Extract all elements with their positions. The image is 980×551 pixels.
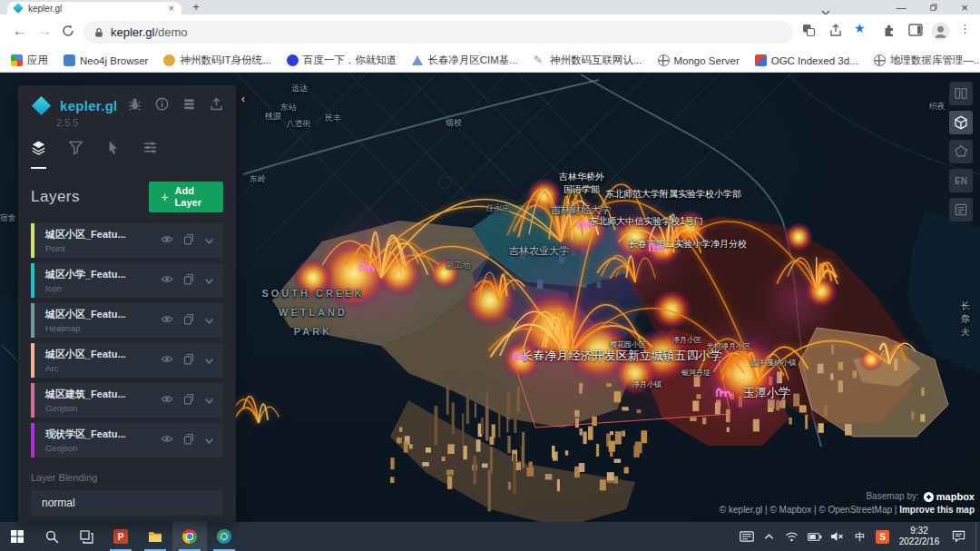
tab-layers[interactable] [31, 140, 46, 169]
bookmark-identity[interactable]: 神州数码IT身份统... [163, 54, 270, 67]
ime-indicator[interactable]: 中 [848, 522, 871, 551]
chevron-down-icon[interactable] [204, 272, 214, 289]
tab-filters[interactable] [68, 140, 83, 168]
touch-keyboard-icon[interactable] [735, 522, 758, 551]
duplicate-layer-icon[interactable] [183, 232, 194, 249]
duplicate-layer-icon[interactable] [183, 432, 194, 448]
locale-button[interactable]: EN [949, 169, 973, 192]
chrome-icon [182, 529, 197, 544]
minimize-button[interactable]: — [886, 0, 916, 15]
action-center-icon[interactable] [945, 522, 972, 551]
visibility-eye-icon[interactable] [161, 232, 173, 249]
side-panel-icon[interactable] [908, 24, 923, 40]
layer-type: Arc [45, 363, 126, 373]
reload-icon[interactable] [62, 25, 74, 40]
bookmark-mongo[interactable]: Mongo Server [658, 54, 740, 66]
layer-name: 城区小区_Featu... [45, 348, 126, 361]
duplicate-layer-icon[interactable] [183, 392, 194, 408]
copyright-links[interactable]: © kepler.gl | © Mapbox | © OpenStreetMap… [720, 505, 897, 515]
tab-close-icon[interactable]: × [169, 4, 174, 14]
panel-collapse-button[interactable]: ‹ [236, 91, 250, 107]
mapbox-logo[interactable]: mapbox [924, 490, 975, 504]
browser-tab[interactable]: kepler.gl × [7, 2, 181, 15]
tab-strip: kepler.gl × + — × [0, 0, 980, 15]
app-name[interactable]: kepler.gl [60, 98, 118, 113]
bookmark-ogc[interactable]: OGC Indexed 3d... [755, 54, 858, 66]
taskbar-file-explorer[interactable] [138, 522, 172, 551]
forward-icon[interactable]: → [38, 23, 52, 38]
search-button[interactable] [34, 522, 69, 551]
hidden-icons-chevron[interactable] [758, 522, 780, 551]
map-attribution: Basemap by: mapbox © kepler.gl | © Mapbo… [720, 490, 975, 517]
taskbar-clock[interactable]: 9:32 2022/2/16 [894, 526, 945, 548]
data-table-icon[interactable] [182, 97, 196, 114]
split-map-button[interactable] [949, 82, 973, 105]
info-icon[interactable] [155, 97, 169, 114]
layer-blending-select[interactable]: normal [31, 490, 223, 516]
task-view-button[interactable] [69, 522, 103, 551]
sogou-input-icon[interactable]: S [871, 522, 894, 551]
draw-polygon-button[interactable] [949, 140, 973, 163]
address-bar[interactable]: kepler.gl/demo [83, 21, 793, 44]
taskbar-gis-app[interactable] [207, 522, 241, 551]
bookmark-cim[interactable]: 长春净月区CIM基... [412, 54, 518, 67]
bookmark-geodb[interactable]: 地理数据库管理—... [874, 54, 980, 67]
restore-button[interactable] [918, 0, 949, 15]
layer-row[interactable]: 城区小学_Featu...Icon [31, 263, 223, 298]
bookmark-neo4j[interactable]: Neo4j Browser [64, 54, 148, 66]
chevron-down-icon[interactable] [204, 352, 214, 369]
chevron-down-icon[interactable] [204, 392, 214, 408]
visibility-eye-icon[interactable] [161, 432, 173, 448]
translate-icon[interactable] [802, 24, 816, 41]
visibility-eye-icon[interactable] [161, 352, 173, 369]
new-tab-button[interactable]: + [187, 1, 205, 14]
back-icon[interactable]: ← [13, 23, 26, 38]
bookmark-baidu[interactable]: 百度一下，你就知道 [287, 54, 397, 67]
share-icon[interactable] [828, 24, 842, 41]
start-button[interactable] [0, 522, 34, 551]
layer-name: 城区建筑_Featu... [45, 388, 126, 401]
bookmark-star-icon[interactable]: ★ [854, 21, 866, 35]
gis-globe-icon [217, 529, 231, 544]
volume-muted-icon[interactable] [826, 522, 848, 551]
chevron-down-icon[interactable] [204, 232, 214, 249]
layer-row[interactable]: 现状学区_Featu...Geojson [31, 423, 223, 458]
mapbox-o-icon [924, 492, 934, 502]
duplicate-layer-icon[interactable] [183, 352, 194, 369]
tab-basemap-settings[interactable] [142, 140, 158, 168]
layer-row[interactable]: 城区小区_Featu...Heatmap [31, 303, 223, 338]
toggle-3d-button[interactable] [949, 111, 973, 134]
tab-interactions[interactable] [105, 140, 121, 168]
visibility-eye-icon[interactable] [161, 392, 173, 408]
taskbar-chrome[interactable] [172, 522, 207, 551]
panel-tabs [18, 128, 236, 169]
chevron-down-icon[interactable] [204, 432, 214, 448]
extensions-puzzle-icon[interactable] [882, 24, 896, 41]
duplicate-layer-icon[interactable] [183, 312, 194, 329]
save-export-icon[interactable] [210, 97, 223, 114]
bookmark-apps[interactable]: 应用 [11, 54, 48, 67]
legend-button[interactable] [949, 198, 973, 221]
layer-name: 城区小区_Featu... [45, 308, 126, 321]
chevron-down-icon[interactable] [204, 312, 214, 329]
profile-avatar[interactable] [931, 22, 950, 44]
visibility-eye-icon[interactable] [161, 312, 173, 329]
improve-map-link[interactable]: Improve this map [899, 505, 975, 515]
add-layer-button[interactable]: +Add Layer [149, 182, 223, 212]
bookmark-internet-auth[interactable]: 神州数码互联网认... [534, 54, 642, 67]
layer-name: 城区小区_Featu... [45, 228, 126, 241]
bookmark-label: OGC Indexed 3d... [771, 55, 858, 66]
battery-icon[interactable] [803, 522, 826, 551]
wifi-icon[interactable] [780, 522, 803, 551]
duplicate-layer-icon[interactable] [183, 272, 194, 289]
taskbar-powerpoint[interactable]: P [103, 522, 138, 551]
layer-row[interactable]: 城区小区_Featu...Arc [31, 343, 223, 378]
menu-dots-icon[interactable]: ⋮ [959, 22, 971, 35]
bug-report-icon[interactable] [128, 97, 142, 114]
layer-row[interactable]: 城区小区_Featu...Point [31, 223, 223, 258]
layer-row[interactable]: 城区建筑_Featu...Geojson [31, 383, 223, 418]
show-desktop-button[interactable] [975, 522, 980, 551]
app-version: 2.5.5 [56, 117, 223, 128]
visibility-eye-icon[interactable] [161, 272, 173, 289]
close-button[interactable]: × [949, 0, 980, 15]
